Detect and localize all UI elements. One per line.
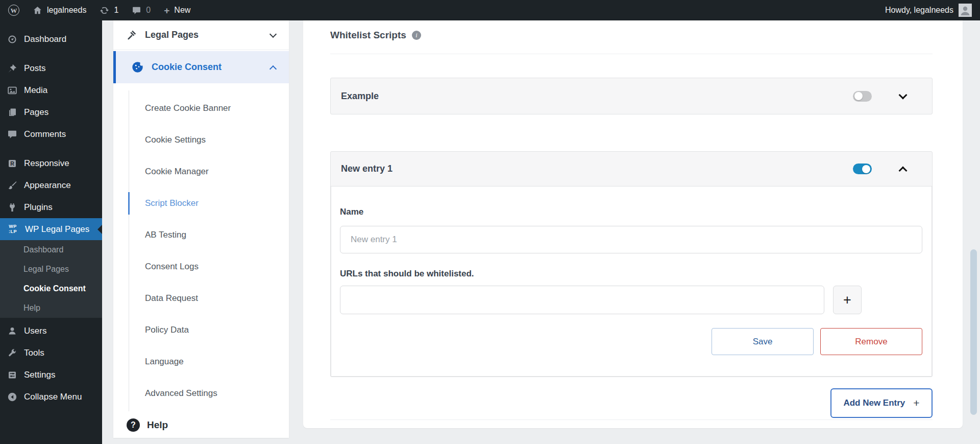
wp-legal-pages-logo-icon: WP:LP — [7, 224, 18, 235]
sidebar-item-label: Media — [24, 85, 47, 96]
pin-icon — [7, 63, 17, 74]
legal-pages-section-toggle[interactable]: Legal Pages — [113, 20, 289, 50]
sidebar-item-label: Plugins — [24, 202, 53, 213]
save-button[interactable]: Save — [712, 328, 814, 355]
admin-bar-right: Howdy, legalneeds — [885, 4, 972, 17]
example-panel-header[interactable]: Example — [331, 78, 932, 114]
submenu-item-help[interactable]: Help — [0, 298, 102, 318]
comment-bubble-icon — [132, 6, 141, 15]
sidebar-item-label: Comments — [24, 129, 66, 139]
submenu-item-policy-data[interactable]: Policy Data — [129, 314, 289, 346]
url-input[interactable] — [340, 286, 824, 314]
plus-icon: + — [913, 397, 919, 409]
submenu-item-language[interactable]: Language — [129, 346, 289, 378]
sidebar-item-tools[interactable]: Tools — [0, 342, 102, 364]
example-enable-toggle[interactable] — [853, 91, 872, 102]
sidebar-item-label: Users — [24, 326, 46, 336]
update-icon — [100, 6, 109, 15]
sidebar-item-pages[interactable]: Pages — [0, 101, 102, 123]
sidebar-item-wp-legal-pages[interactable]: WP:LP WP Legal Pages — [0, 218, 102, 240]
wordpress-logo-icon[interactable]: W — [8, 5, 19, 16]
new-label: New — [174, 6, 190, 15]
dashboard-gauge-icon — [7, 34, 17, 44]
svg-text:R: R — [10, 160, 14, 167]
sidebar-item-posts[interactable]: Posts — [0, 57, 102, 79]
admin-bar: W legalneeds 1 0 + New Howdy, legalneeds — [0, 0, 980, 20]
submenu-item-cookie-manager[interactable]: Cookie Manager — [129, 156, 289, 188]
sidebar-item-label: Collapse Menu — [24, 392, 82, 402]
toggle-knob — [854, 92, 863, 100]
page-heading: Whitelist Scripts i — [330, 28, 933, 43]
home-icon — [33, 6, 42, 15]
updates-link[interactable]: 1 — [100, 6, 118, 15]
sidebar-item-media[interactable]: Media — [0, 79, 102, 101]
sidebar-item-label: Posts — [24, 63, 46, 74]
info-icon[interactable]: i — [412, 31, 421, 40]
legal-pages-label: Legal Pages — [145, 30, 199, 40]
sidebar-item-appearance[interactable]: Appearance — [0, 174, 102, 196]
sidebar-item-dashboard[interactable]: Dashboard — [0, 28, 102, 50]
plus-icon: + — [164, 6, 169, 15]
submenu-item-consent-logs[interactable]: Consent Logs — [129, 251, 289, 283]
help-link[interactable]: ? Help — [127, 418, 168, 432]
update-count: 1 — [114, 6, 118, 15]
entry-collapse-button[interactable] — [896, 165, 910, 174]
site-name-link[interactable]: legalneeds — [33, 6, 86, 15]
sidebar-item-responsive[interactable]: R Responsive — [0, 152, 102, 174]
entry-panel-body: Name URLs that should be whitelisted. + … — [331, 186, 932, 377]
add-new-entry-button[interactable]: Add New Entry + — [830, 388, 933, 418]
cookie-consent-label: Cookie Consent — [152, 62, 222, 73]
wordpress-admin-page: { "admin_bar": { "site_name": "legalneed… — [0, 0, 980, 444]
sidebar-item-label: Tools — [24, 348, 44, 358]
question-mark-icon: ? — [127, 418, 140, 432]
new-content-button[interactable]: + New — [164, 6, 190, 15]
entry-panel-new-entry-1: New entry 1 Name URLs that should be whi… — [330, 151, 933, 377]
media-icon — [7, 85, 17, 96]
admin-sidebar: Dashboard Posts Media Pages Comments R R… — [0, 20, 102, 444]
plugin-sidebar: Legal Pages Cookie Consent Create Cookie… — [113, 20, 289, 438]
avatar[interactable] — [959, 4, 972, 17]
entry-enable-toggle[interactable] — [853, 163, 872, 174]
url-row: + — [340, 286, 922, 314]
name-input[interactable] — [340, 226, 922, 253]
remove-button[interactable]: Remove — [820, 328, 922, 355]
pages-icon — [7, 107, 17, 118]
add-url-button[interactable]: + — [833, 286, 862, 314]
urls-field-label: URLs that should be whitelisted. — [340, 269, 922, 278]
whitelist-scripts-section: Whitelist Scripts i Example New entry 1 … — [303, 20, 963, 420]
submenu-item-script-blocker[interactable]: Script Blocker — [129, 188, 289, 219]
submenu-item-advanced-settings[interactable]: Advanced Settings — [129, 378, 289, 409]
chevron-up-icon — [270, 65, 277, 72]
add-new-entry-label: Add New Entry — [843, 398, 905, 408]
sidebar-item-label: Responsive — [24, 158, 69, 169]
sidebar-item-comments[interactable]: Comments — [0, 123, 102, 145]
brush-icon — [7, 180, 17, 191]
entry-panel-header[interactable]: New entry 1 — [331, 152, 932, 186]
comment-count: 0 — [146, 6, 151, 15]
heading-divider — [330, 54, 933, 54]
plugin-icon — [7, 202, 17, 213]
wrench-icon — [7, 348, 17, 358]
submenu-item-cookie-consent[interactable]: Cookie Consent — [0, 279, 102, 298]
comments-link[interactable]: 0 — [132, 6, 151, 15]
submenu-item-ab-testing[interactable]: AB Testing — [129, 219, 289, 251]
main-content-panel: Whitelist Scripts i Example New entry 1 … — [303, 20, 963, 428]
sidebar-item-plugins[interactable]: Plugins — [0, 196, 102, 218]
howdy-account-link[interactable]: Howdy, legalneeds — [885, 6, 953, 15]
submenu-item-legal-pages[interactable]: Legal Pages — [0, 260, 102, 279]
sidebar-item-label: Settings — [24, 370, 55, 380]
sidebar-item-label: Dashboard — [24, 34, 66, 44]
toggle-knob — [862, 165, 870, 173]
vertical-scrollbar[interactable] — [970, 249, 977, 415]
collapse-menu-button[interactable]: Collapse Menu — [0, 386, 102, 408]
submenu-item-dashboard[interactable]: Dashboard — [0, 240, 102, 260]
example-expand-button[interactable] — [896, 94, 910, 98]
wp-legal-pages-submenu: Dashboard Legal Pages Cookie Consent Hel… — [0, 240, 102, 318]
cookie-consent-section-toggle[interactable]: Cookie Consent — [113, 51, 289, 83]
submenu-item-data-request[interactable]: Data Request — [129, 283, 289, 314]
entry-buttons-row: Save Remove — [340, 328, 922, 355]
sidebar-item-settings[interactable]: Settings — [0, 364, 102, 386]
sidebar-item-users[interactable]: Users — [0, 320, 102, 342]
submenu-item-cookie-settings[interactable]: Cookie Settings — [129, 124, 289, 156]
submenu-item-create-cookie-banner[interactable]: Create Cookie Banner — [129, 92, 289, 124]
